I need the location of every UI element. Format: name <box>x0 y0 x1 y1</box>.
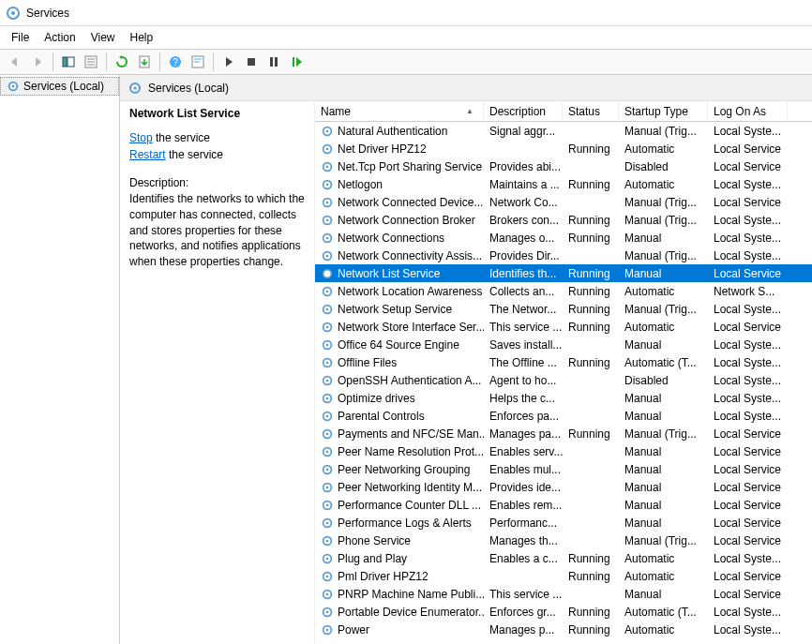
service-row[interactable]: Peer Networking Identity M...Provides id… <box>315 478 812 496</box>
service-description: Manages pa... <box>484 427 563 441</box>
service-name: Performance Logs & Alerts <box>338 517 472 530</box>
service-status: Running <box>563 427 619 441</box>
gear-icon <box>321 552 334 565</box>
nav-tree[interactable]: Services (Local) <box>0 75 120 644</box>
menu-file[interactable]: File <box>4 29 37 46</box>
restart-link[interactable]: Restart <box>129 148 166 161</box>
service-name: Peer Networking Grouping <box>338 463 470 476</box>
service-row[interactable]: Optimize drivesHelps the c...ManualLocal… <box>315 389 812 407</box>
service-status: Running <box>563 267 619 280</box>
service-row[interactable]: OpenSSH Authentication A...Agent to ho..… <box>315 371 812 389</box>
start-service-button[interactable] <box>218 52 239 72</box>
service-row[interactable]: Office 64 Source EngineSaves install...M… <box>315 336 812 353</box>
properties-button[interactable] <box>81 52 101 72</box>
service-row[interactable]: Peer Name Resolution Prot...Enables serv… <box>315 442 812 460</box>
service-row[interactable]: Network Setup ServiceThe Networ...Runnin… <box>315 300 812 318</box>
svg-rect-17 <box>293 57 294 67</box>
service-row[interactable]: Offline FilesThe Offline ...RunningAutom… <box>315 353 812 371</box>
service-status: Running <box>563 570 619 583</box>
service-row[interactable]: Network Store Interface Ser...This servi… <box>315 318 812 336</box>
service-status: Running <box>563 356 619 369</box>
service-log-on-as: Local Service <box>708 267 788 280</box>
svg-point-75 <box>326 592 329 595</box>
right-header: Services (Local) <box>120 75 812 101</box>
service-row[interactable]: Phone ServiceManages th...Manual (Trig..… <box>315 532 812 549</box>
service-row[interactable]: Performance Counter DLL ...Enables rem..… <box>315 496 812 514</box>
service-row[interactable]: Pml Driver HPZ12RunningAutomaticLocal Se… <box>315 567 812 585</box>
service-name: Payments and NFC/SE Man... <box>338 427 484 441</box>
service-row[interactable]: Performance Logs & AlertsPerformanc...Ma… <box>315 514 812 532</box>
col-description[interactable]: Description <box>484 101 563 121</box>
service-row[interactable]: Payments and NFC/SE Man...Manages pa...R… <box>315 425 812 442</box>
service-name: Network Setup Service <box>338 303 452 316</box>
service-row[interactable]: Network List ServiceIdentifies th...Runn… <box>315 264 812 282</box>
service-row[interactable]: Network Connectivity Assis...Provides Di… <box>315 247 812 264</box>
service-row[interactable]: Plug and PlayEnables a c...RunningAutoma… <box>315 549 812 567</box>
service-startup-type: Manual <box>619 232 708 245</box>
service-log-on-as: Local Syste... <box>708 392 788 405</box>
menu-view[interactable]: View <box>83 29 123 46</box>
back-button[interactable] <box>5 52 25 72</box>
service-row[interactable]: Network ConnectionsManages o...RunningMa… <box>315 229 812 247</box>
service-status: Running <box>563 321 619 334</box>
gear-icon <box>321 570 334 583</box>
service-row[interactable]: PowerManages p...RunningAutomaticLocal S… <box>315 621 812 638</box>
service-row[interactable]: Portable Device Enumerator...Enforces gr… <box>315 603 812 621</box>
svg-point-39 <box>326 272 329 275</box>
help2-button[interactable] <box>188 52 208 72</box>
svg-rect-2 <box>63 57 67 67</box>
service-log-on-as: Local Service <box>708 321 788 334</box>
service-description: Helps the c... <box>484 392 563 405</box>
export-list-button[interactable] <box>134 52 155 72</box>
pause-service-button[interactable] <box>263 52 284 72</box>
service-log-on-as: Network S... <box>708 285 788 298</box>
service-startup-type: Disabled <box>619 374 708 387</box>
help-button[interactable]: ? <box>165 52 186 72</box>
service-name: Network Store Interface Ser... <box>338 321 484 334</box>
service-description: Manages o... <box>484 232 563 245</box>
service-startup-type: Manual (Trig... <box>619 214 708 227</box>
service-name: Net Driver HPZ12 <box>338 142 427 156</box>
service-row[interactable]: Peer Networking GroupingEnables mul...Ma… <box>315 460 812 478</box>
svg-point-65 <box>326 503 329 506</box>
tree-item-services-local[interactable]: Services (Local) <box>0 77 119 96</box>
content-area: Services (Local) Services (Local) Networ… <box>0 75 812 644</box>
service-row[interactable]: Network Location AwarenessCollects an...… <box>315 282 812 300</box>
gear-icon <box>321 196 334 209</box>
service-name: Network Connections <box>338 232 444 245</box>
service-status: Running <box>563 285 619 298</box>
svg-point-49 <box>326 361 329 364</box>
col-name[interactable]: Name▲ <box>315 101 484 121</box>
col-log-on-as[interactable]: Log On As <box>708 101 788 121</box>
menu-action[interactable]: Action <box>37 29 83 46</box>
forward-button[interactable] <box>27 52 48 72</box>
stop-link[interactable]: Stop <box>129 131 153 144</box>
refresh-button[interactable] <box>112 52 132 72</box>
stop-service-button[interactable] <box>241 52 262 72</box>
service-row[interactable]: Parental ControlsEnforces pa...ManualLoc… <box>315 407 812 425</box>
service-log-on-as: Local Syste... <box>708 410 788 423</box>
service-name: Pml Driver HPZ12 <box>338 570 429 583</box>
service-startup-type: Manual (Trig... <box>619 534 708 547</box>
col-startup-type[interactable]: Startup Type <box>619 101 708 121</box>
service-row[interactable]: Network Connected Device...Network Co...… <box>315 193 812 211</box>
restart-service-button[interactable] <box>286 52 307 72</box>
service-row[interactable]: Net Driver HPZ12RunningAutomaticLocal Se… <box>315 140 812 157</box>
service-row[interactable]: PNRP Machine Name Publi...This service .… <box>315 585 812 603</box>
menu-help[interactable]: Help <box>123 29 161 46</box>
col-status[interactable]: Status <box>563 101 619 121</box>
service-description: Saves install... <box>484 338 563 352</box>
svg-point-27 <box>326 165 329 168</box>
service-row[interactable]: Network Connection BrokerBrokers con...R… <box>315 211 812 229</box>
titlebar[interactable]: Services <box>0 0 812 26</box>
services-list[interactable]: Name▲ Description Status Startup Type Lo… <box>315 101 812 644</box>
service-row[interactable]: Net.Tcp Port Sharing ServiceProvides abi… <box>315 157 812 175</box>
service-row[interactable]: NetlogonMaintains a ...RunningAutomaticL… <box>315 175 812 193</box>
show-hide-tree-button[interactable] <box>58 52 79 72</box>
service-log-on-as: Local Service <box>708 196 788 209</box>
svg-point-71 <box>326 557 329 560</box>
service-description: Provides Dir... <box>484 249 563 262</box>
service-startup-type: Manual <box>619 517 708 530</box>
service-row[interactable]: Natural AuthenticationSignal aggr...Manu… <box>315 122 812 140</box>
service-name: Network Connectivity Assis... <box>338 249 482 262</box>
